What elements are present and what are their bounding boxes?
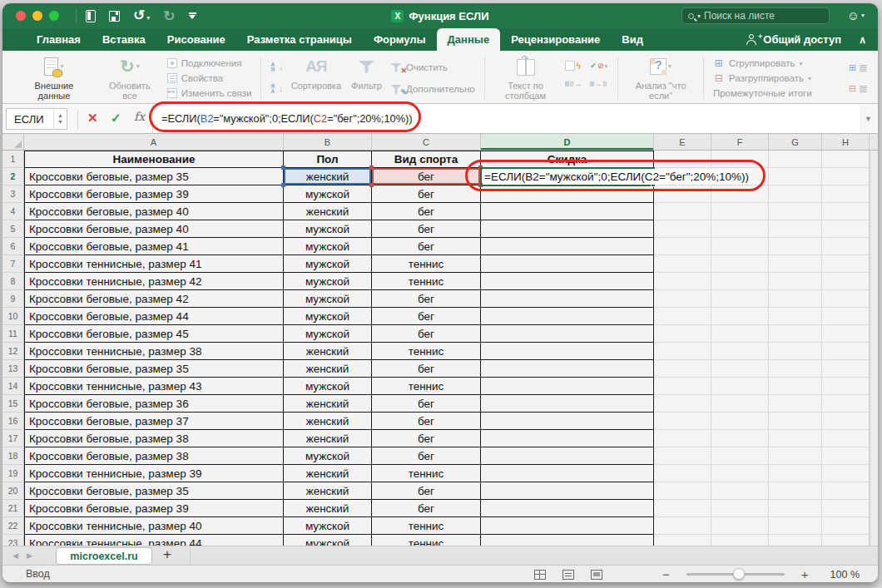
redo-icon[interactable]: ↻ [163,9,175,23]
cell-G11[interactable] [769,325,822,343]
cell-A13[interactable]: Кроссовки беговые, размер 35 [24,360,284,378]
insert-function-button[interactable]: fx [134,110,145,123]
cell-F9[interactable] [711,290,769,308]
range-handle[interactable] [281,183,285,187]
cell-F5[interactable] [711,220,769,238]
cell-H23[interactable] [822,535,870,546]
cell-A17[interactable]: Кроссовки беговые, размер 38 [24,430,284,447]
cell-F18[interactable] [711,447,769,465]
cell-G3[interactable] [769,185,822,203]
cell-A9[interactable]: Кроссовки беговые, размер 42 [24,290,284,308]
cell-B11[interactable]: мужской [284,325,372,343]
cell-B13[interactable]: женский [284,360,372,378]
cell-E17[interactable] [654,430,711,447]
advanced-filter-button[interactable]: ✎Дополнительно [390,82,475,96]
cell-E20[interactable] [654,482,711,500]
cell-E13[interactable] [654,360,711,378]
enter-button[interactable]: ✓ [111,111,121,126]
cell-H7[interactable] [822,255,870,273]
cell-D18[interactable] [481,447,654,465]
cell-D15[interactable] [481,395,654,413]
cell-H6[interactable] [822,238,870,255]
cell-C22[interactable]: теннис [372,517,481,535]
sort-button[interactable]: АЯ Сортировка [291,55,341,101]
cell-D3[interactable] [481,185,654,203]
cell-C11[interactable]: бег [372,325,481,343]
cell-D22[interactable] [481,517,654,535]
cell-G12[interactable] [769,343,822,360]
cell-A3[interactable]: Кроссовки беговые, размер 39 [24,185,284,203]
range-handle[interactable] [369,166,374,170]
cell-F20[interactable] [711,482,769,500]
range-handle[interactable] [369,183,374,187]
tab-Вставка[interactable]: Вставка [92,28,156,51]
cell-H8[interactable] [822,273,870,290]
cell-G10[interactable] [769,308,822,325]
cell-B20[interactable]: женский [284,482,372,500]
zoom-in-button[interactable]: + [801,567,809,581]
expand-formula-bar-button[interactable]: ▼ [865,115,872,123]
cell-G14[interactable] [769,378,822,395]
cell-C3[interactable]: бег [372,185,481,203]
cell-G1[interactable] [769,151,822,168]
cell-A5[interactable]: Кроссовки беговые, размер 40 [24,220,284,238]
cell-G9[interactable] [769,290,822,308]
cell-H17[interactable] [822,430,870,447]
cell-G23[interactable] [769,535,822,546]
cell-E22[interactable] [654,517,711,535]
cell-A20[interactable]: Кроссовки беговые, размер 35 [24,482,284,500]
consolidate-button[interactable]: → [565,77,582,91]
cell-d2-formula[interactable]: =ЕСЛИ(B2="мужской";0;ЕСЛИ(C2="бег";20%;1… [483,169,751,185]
cell-C21[interactable]: бег [372,500,481,517]
row-header-4[interactable]: 4 [2,203,24,220]
properties-button[interactable]: Свойства [167,72,252,85]
cell-C9[interactable]: бег [372,290,481,308]
cell-H22[interactable] [822,517,870,535]
row-header-1[interactable]: 1 [2,151,24,168]
search-scope-caret[interactable]: ▾ [697,12,701,20]
vertical-scrollbar[interactable] [870,151,878,546]
row-header-19[interactable]: 19 [2,465,24,482]
cell-C2[interactable]: бег [372,168,481,185]
edit-links-button[interactable]: Изменить связи [167,86,252,100]
cell-G15[interactable] [769,395,822,413]
cell-C12[interactable]: теннис [372,343,481,360]
close-window-button[interactable] [16,11,26,21]
row-header-6[interactable]: 6 [2,238,24,255]
cell-E23[interactable] [654,535,711,546]
cell-C20[interactable]: бег [372,482,481,500]
cell-H10[interactable] [822,308,870,325]
cell-A6[interactable]: Кроссовки беговые, размер 41 [24,238,284,255]
column-header-A[interactable]: A [24,134,284,150]
cell-F10[interactable] [711,308,769,325]
cell-B19[interactable]: женский [284,465,372,482]
cell-F22[interactable] [711,517,769,535]
row-header-7[interactable]: 7 [2,255,24,273]
name-box-stepper[interactable]: ▲▼ [53,108,67,130]
clear-filter-button[interactable]: ✕Очистить [390,61,475,74]
cell-D9[interactable] [481,290,654,308]
row-header-16[interactable]: 16 [2,413,24,430]
cell-D8[interactable] [481,273,654,290]
row-header-10[interactable]: 10 [2,308,24,325]
cell-B4[interactable]: женский [284,203,372,220]
cell-F11[interactable] [711,325,769,343]
cell-D4[interactable] [481,203,654,220]
cell-C17[interactable]: бег [372,430,481,447]
cell-C23[interactable]: теннис [372,535,481,546]
external-data-button[interactable]: ▾ Внешние данные [17,55,91,101]
cell-A15[interactable]: Кроссовки беговые, размер 36 [24,395,284,413]
sheet-tab-active[interactable]: microexcel.ru [56,547,152,565]
cell-F7[interactable] [711,255,769,273]
cell-F16[interactable] [711,413,769,430]
cell-A21[interactable]: Кроссовки беговые, размер 39 [24,500,284,517]
cancel-button[interactable]: ✕ [87,111,98,126]
cell-E1[interactable] [654,151,711,168]
cell-D7[interactable] [481,255,654,273]
cell-A19[interactable]: Кроссовки теннисные, размер 39 [24,465,284,482]
data-validation-button[interactable]: ✔⊘▾ [590,58,607,73]
cell-E21[interactable] [654,500,711,517]
column-header-B[interactable]: B [284,134,372,150]
row-header-13[interactable]: 13 [2,360,24,378]
cell-H4[interactable] [822,203,870,220]
